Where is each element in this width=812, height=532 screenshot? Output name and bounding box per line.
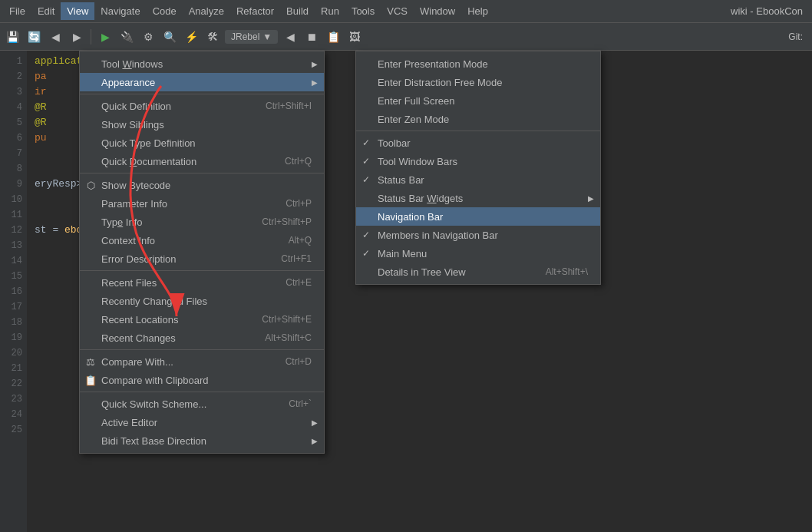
appearance-navigation-bar[interactable]: Navigation Bar: [356, 207, 600, 226]
sep-1: [80, 94, 324, 94]
menu-bar: File Edit View Navigate Code Analyze Ref…: [0, 0, 812, 23]
toolbar-check-icon: ✓: [362, 137, 370, 148]
menu-code[interactable]: Code: [147, 2, 183, 20]
menu-entry-recent-locations[interactable]: Recent Locations Ctrl+Shift+E: [80, 310, 324, 329]
appearance-toolbar[interactable]: ✓ Toolbar: [356, 134, 600, 152]
appearance-members-nav[interactable]: ✓ Members in Navigation Bar: [356, 226, 600, 244]
members-nav-check-icon: ✓: [362, 230, 370, 240]
toolbar-plugin-4[interactable]: ⚡: [182, 28, 200, 46]
tool-window-bars-check-icon: ✓: [362, 156, 370, 167]
menu-tools[interactable]: Tools: [345, 2, 381, 20]
toolbar-debug-2[interactable]: ⏹: [302, 28, 321, 46]
appearance-distraction-free[interactable]: Enter Distraction Free Mode: [356, 73, 600, 91]
toolbar-debug-1[interactable]: ◀: [281, 28, 299, 46]
toolbar-plugin-3[interactable]: 🔍: [160, 28, 179, 46]
appearance-details-tree[interactable]: Details in Tree View Alt+Shift+\: [356, 263, 600, 281]
menu-entry-quick-type[interactable]: Quick Type Definition: [80, 134, 324, 152]
menu-entry-parameter-info[interactable]: Parameter Info Ctrl+P: [80, 194, 324, 213]
toolbar-sync-btn[interactable]: 🔄: [25, 28, 43, 46]
menu-analyze[interactable]: Analyze: [183, 2, 230, 20]
appearance-fullscreen[interactable]: Enter Full Screen: [356, 91, 600, 110]
menu-entry-recent-changes[interactable]: Recent Changes Alt+Shift+C: [80, 329, 324, 347]
menu-entry-quick-definition[interactable]: Quick Definition Ctrl+Shift+I: [80, 97, 324, 115]
menu-refactor[interactable]: Refactor: [230, 2, 280, 20]
menu-entry-recent-files[interactable]: Recent Files Ctrl+E: [80, 273, 324, 292]
jrebel-button[interactable]: JRebel ▼: [225, 30, 278, 44]
toolbar-debug-4[interactable]: 🖼: [345, 28, 364, 46]
menu-entry-appearance[interactable]: Appearance: [80, 73, 324, 91]
window-title: wiki - EbookCon: [731, 5, 809, 17]
sep-4: [80, 349, 324, 350]
menu-entry-bidi-text[interactable]: Bidi Text Base Direction: [80, 431, 324, 450]
menu-build[interactable]: Build: [280, 2, 315, 20]
menu-entry-active-editor[interactable]: Active Editor: [80, 413, 324, 431]
compare-icon: ⚖: [84, 355, 97, 368]
status-bar-check-icon: ✓: [362, 174, 370, 185]
menu-entry-recently-changed[interactable]: Recently Changed Files: [80, 292, 324, 310]
toolbar-plugin-2[interactable]: ⚙: [139, 28, 157, 46]
sep-2: [80, 173, 324, 173]
appearance-status-bar[interactable]: ✓ Status Bar: [356, 170, 600, 189]
menu-view[interactable]: View: [61, 2, 94, 20]
toolbar-plugin-5[interactable]: 🛠: [203, 28, 222, 46]
menu-entry-tool-windows[interactable]: Tool Windows: [80, 55, 324, 73]
menu-entry-quick-doc[interactable]: Quick Documentation Ctrl+Q: [80, 152, 324, 170]
appearance-presentation[interactable]: Enter Presentation Mode: [356, 55, 600, 73]
toolbar-debug-3[interactable]: 📋: [324, 28, 342, 46]
menu-entry-compare-with[interactable]: ⚖ Compare With... Ctrl+D: [80, 352, 324, 371]
appearance-tool-window-bars[interactable]: ✓ Tool Window Bars: [356, 152, 600, 170]
toolbar: 💾 🔄 ◀ ▶ ▶ 🔌 ⚙ 🔍 ⚡ 🛠 JRebel ▼ ◀ ⏹ 📋 🖼 Git…: [0, 23, 812, 51]
sep-3: [80, 270, 324, 271]
toolbar-save-btn[interactable]: 💾: [3, 28, 21, 46]
menu-entry-compare-clipboard[interactable]: 📋 Compare with Clipboard: [80, 371, 324, 389]
menu-window[interactable]: Window: [414, 2, 461, 20]
appearance-zen[interactable]: Enter Zen Mode: [356, 110, 600, 128]
line-numbers: 1 2 3 4 5 6 7 8 9 10 11 12 13 14 15 16 1…: [0, 51, 27, 532]
menu-help[interactable]: Help: [461, 2, 494, 20]
menu-entry-error-desc[interactable]: Error Description Ctrl+F1: [80, 249, 324, 268]
menu-run[interactable]: Run: [315, 2, 345, 20]
toolbar-plugin-1[interactable]: 🔌: [117, 28, 136, 46]
toolbar-sep-1: [91, 29, 91, 45]
menu-edit[interactable]: Edit: [31, 2, 61, 20]
menu-entry-show-siblings[interactable]: Show Siblings: [80, 115, 324, 134]
view-dropdown-menu: Tool Windows Appearance Quick Definition…: [79, 51, 325, 454]
toolbar-forward-btn[interactable]: ▶: [68, 28, 86, 46]
appearance-main-menu[interactable]: ✓ Main Menu: [356, 244, 600, 263]
menu-entry-quick-switch[interactable]: Quick Switch Scheme... Ctrl+`: [80, 395, 324, 413]
toolbar-back-btn[interactable]: ◀: [46, 28, 64, 46]
appearance-status-bar-widgets[interactable]: Status Bar Widgets: [356, 189, 600, 207]
menu-vcs[interactable]: VCS: [381, 2, 414, 20]
clipboard-icon: 📋: [84, 374, 97, 386]
toolbar-run-btn[interactable]: ▶: [96, 28, 114, 46]
sep-5: [80, 392, 324, 392]
appearance-submenu: Enter Presentation Mode Enter Distractio…: [355, 51, 601, 285]
menu-entry-type-info[interactable]: Type Info Ctrl+Shift+P: [80, 213, 324, 231]
menu-navigate[interactable]: Navigate: [94, 2, 146, 20]
bytecode-icon: ⬡: [84, 179, 97, 191]
menu-file[interactable]: File: [3, 2, 31, 20]
menu-entry-show-bytecode[interactable]: ⬡ Show Bytecode: [80, 176, 324, 194]
git-label: Git:: [788, 31, 809, 42]
main-menu-check-icon: ✓: [362, 248, 370, 259]
menu-entry-context-info[interactable]: Context Info Alt+Q: [80, 231, 324, 249]
editor-area: 1 2 3 4 5 6 7 8 9 10 11 12 13 14 15 16 1…: [0, 51, 812, 532]
appearance-sep-1: [356, 131, 600, 131]
